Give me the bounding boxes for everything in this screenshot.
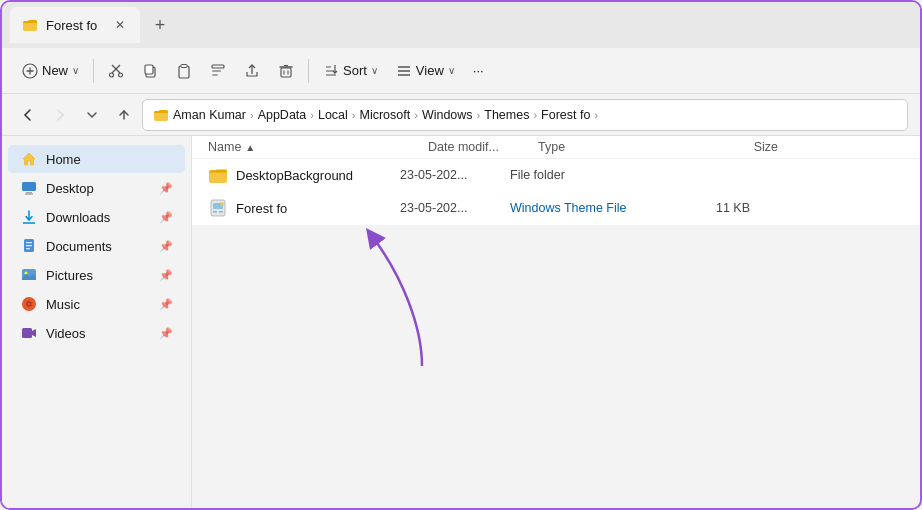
svg-rect-12 — [212, 65, 224, 68]
file-type-1: File folder — [510, 168, 670, 182]
sort-label: Sort — [343, 63, 367, 78]
sort-chevron: ∨ — [371, 65, 378, 76]
new-chevron: ∨ — [72, 65, 79, 76]
svg-point-6 — [110, 73, 114, 77]
view-icon — [396, 63, 412, 79]
sort-icon — [323, 63, 339, 79]
chevron-down-icon — [85, 108, 99, 122]
sidebar-item-downloads[interactable]: Downloads 📌 — [8, 203, 185, 231]
theme-file-icon — [208, 198, 228, 218]
sidebar-label-desktop: Desktop — [46, 181, 151, 196]
file-name-2: Forest fo — [236, 201, 287, 216]
column-size[interactable]: Size — [698, 140, 778, 154]
file-list-header: Name ▲ Date modif... Type Size — [192, 136, 920, 159]
up-button[interactable] — [110, 101, 138, 129]
tab-close-button[interactable]: ✕ — [112, 17, 128, 33]
main-content: Home Desktop 📌 Downloads 📌 — [2, 136, 920, 510]
sidebar-item-home[interactable]: Home — [8, 145, 185, 173]
cut-button[interactable] — [100, 58, 132, 84]
toolbar-separator-1 — [93, 59, 94, 83]
svg-rect-32 — [26, 245, 32, 246]
file-type-2: Windows Theme File — [510, 201, 670, 215]
file-name-cell-1: DesktopBackground — [208, 165, 400, 185]
active-tab[interactable]: Forest fo ✕ — [10, 7, 140, 43]
back-icon — [21, 108, 35, 122]
column-name[interactable]: Name ▲ — [208, 140, 428, 154]
breadcrumb-item-6[interactable]: Forest fo — [541, 108, 590, 122]
sidebar-item-music[interactable]: Music 📌 — [8, 290, 185, 318]
share-icon — [244, 63, 260, 79]
back-button[interactable] — [14, 101, 42, 129]
breadcrumb-item-5[interactable]: Themes — [484, 108, 529, 122]
svg-point-38 — [28, 303, 30, 305]
tab-folder-icon — [22, 17, 38, 33]
table-row[interactable]: DesktopBackground 23-05-202... File fold… — [192, 159, 920, 192]
view-button[interactable]: View ∨ — [388, 58, 463, 84]
svg-rect-33 — [26, 248, 30, 249]
view-label: View — [416, 63, 444, 78]
sidebar: Home Desktop 📌 Downloads 📌 — [2, 136, 192, 510]
tab-title: Forest fo — [46, 18, 104, 33]
pin-documents: 📌 — [159, 240, 173, 253]
copy-icon — [142, 63, 158, 79]
rename-icon — [210, 63, 226, 79]
delete-button[interactable] — [270, 58, 302, 84]
file-name-1: DesktopBackground — [236, 168, 353, 183]
cut-icon — [108, 63, 124, 79]
breadcrumb-folder-icon — [153, 107, 169, 123]
rename-button[interactable] — [202, 58, 234, 84]
svg-rect-26 — [22, 182, 36, 191]
file-size-2: 11 KB — [670, 201, 750, 215]
svg-rect-15 — [281, 68, 291, 77]
address-bar: Aman Kumar › AppData › Local › Microsoft… — [2, 94, 920, 136]
pin-music: 📌 — [159, 298, 173, 311]
new-label: New — [42, 63, 68, 78]
sidebar-item-videos[interactable]: Videos 📌 — [8, 319, 185, 347]
svg-rect-14 — [212, 74, 218, 76]
new-button[interactable]: New ∨ — [14, 58, 87, 84]
breadcrumb-item-2[interactable]: Local — [318, 108, 348, 122]
home-icon — [20, 150, 38, 168]
sidebar-label-pictures: Pictures — [46, 268, 151, 283]
column-name-label: Name — [208, 140, 241, 154]
pictures-icon — [20, 266, 38, 284]
sort-asc-icon: ▲ — [245, 142, 255, 153]
svg-rect-13 — [212, 70, 221, 72]
music-icon — [20, 295, 38, 313]
sidebar-item-pictures[interactable]: Pictures 📌 — [8, 261, 185, 289]
svg-point-45 — [220, 202, 224, 206]
svg-rect-31 — [26, 242, 32, 243]
more-button[interactable]: ··· — [465, 58, 492, 83]
sort-button[interactable]: Sort ∨ — [315, 58, 386, 84]
svg-rect-39 — [22, 328, 32, 338]
forward-icon — [53, 108, 67, 122]
paste-button[interactable] — [168, 58, 200, 84]
table-row[interactable]: Forest fo 23-05-202... Windows Theme Fil… — [192, 192, 920, 225]
view-chevron: ∨ — [448, 65, 455, 76]
breadcrumb[interactable]: Aman Kumar › AppData › Local › Microsoft… — [142, 99, 908, 131]
svg-rect-9 — [145, 65, 153, 74]
breadcrumb-item-4[interactable]: Windows — [422, 108, 473, 122]
copy-button[interactable] — [134, 58, 166, 84]
sidebar-label-documents: Documents — [46, 239, 151, 254]
column-date[interactable]: Date modif... — [428, 140, 538, 154]
breadcrumb-item-3[interactable]: Microsoft — [360, 108, 411, 122]
pin-downloads: 📌 — [159, 211, 173, 224]
sidebar-item-documents[interactable]: Documents 📌 — [8, 232, 185, 260]
sidebar-item-desktop[interactable]: Desktop 📌 — [8, 174, 185, 202]
breadcrumb-item-0[interactable]: Aman Kumar — [173, 108, 246, 122]
breadcrumb-item-1[interactable]: AppData — [258, 108, 307, 122]
file-name-cell-2: Forest fo — [208, 198, 400, 218]
forward-button[interactable] — [46, 101, 74, 129]
new-tab-button[interactable]: + — [144, 9, 176, 41]
share-button[interactable] — [236, 58, 268, 84]
svg-rect-44 — [219, 211, 223, 213]
recent-button[interactable] — [78, 101, 106, 129]
pin-pictures: 📌 — [159, 269, 173, 282]
desktop-icon — [20, 179, 38, 197]
column-type[interactable]: Type — [538, 140, 698, 154]
toolbar: New ∨ — [2, 48, 920, 94]
sidebar-label-downloads: Downloads — [46, 210, 151, 225]
pin-videos: 📌 — [159, 327, 173, 340]
sidebar-label-home: Home — [46, 152, 173, 167]
